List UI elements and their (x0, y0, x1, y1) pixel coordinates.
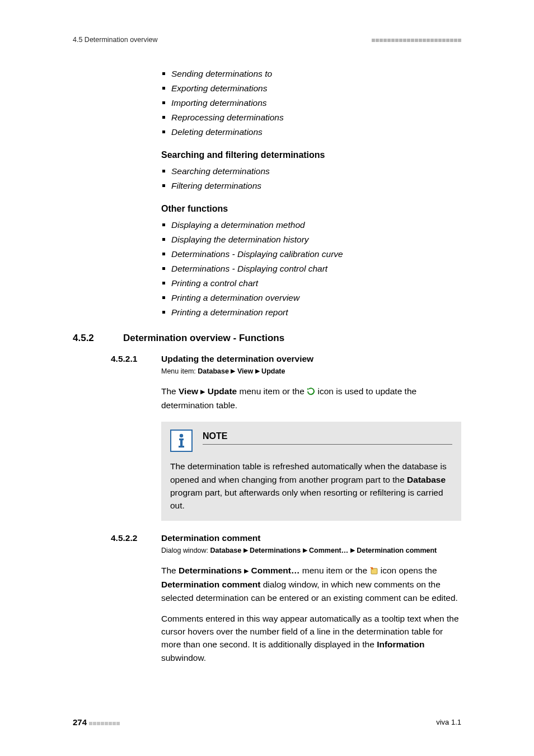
subsection-number: 4.5.2.1 (111, 354, 161, 364)
list-item: Printing a control chart (171, 277, 461, 290)
triangle-icon: ▶ (350, 547, 355, 553)
footer-left: 274 (73, 717, 120, 727)
list-item: Searching determinations (171, 165, 461, 178)
triangle-icon: ▶ (243, 547, 248, 553)
list-item: Displaying the determination history (171, 233, 461, 246)
breadcrumb: 4.5 Determination overview (73, 36, 157, 44)
triangle-icon: ▶ (244, 567, 249, 574)
svg-rect-2 (180, 438, 182, 446)
subsection-heading: 4.5.2.2 Determination comment (111, 533, 461, 543)
note-header: NOTE (170, 430, 452, 452)
subheading-other: Other functions (161, 204, 461, 214)
note-text: The determination table is refreshed aut… (170, 460, 452, 512)
subheading-search: Searching and filtering determinations (161, 150, 461, 160)
list-item: Printing a determination report (171, 306, 461, 319)
subsection-title: Determination comment (161, 533, 260, 543)
list-item: Filtering determinations (171, 179, 461, 193)
list-item: Printing a determination overview (171, 291, 461, 305)
section-number: 4.5.2 (73, 333, 123, 344)
page-footer: 274 viva 1.1 (73, 717, 461, 727)
section-heading: 4.5.2 Determination overview - Functions (73, 333, 461, 344)
page: 4.5 Determination overview Sending deter… (0, 0, 534, 756)
subsection-body: Dialog window: Database ▶ Determinations… (161, 545, 461, 664)
list-item: Importing determinations (171, 96, 461, 110)
triangle-icon: ▶ (303, 547, 307, 553)
page-number: 274 (73, 717, 87, 727)
triangle-icon: ▶ (255, 367, 260, 374)
subsection-title: Updating the determination overview (161, 354, 313, 364)
triangle-icon: ▶ (200, 388, 205, 395)
list-item: Displaying a determination method (171, 218, 461, 232)
info-icon (170, 430, 193, 452)
list-item: Reprocessing determinations (171, 111, 461, 124)
list-item: Exporting determinations (171, 82, 461, 95)
comment-icon (369, 565, 378, 578)
list-item: Determinations - Displaying control char… (171, 262, 461, 276)
note-box: NOTE The determination table is refreshe… (161, 422, 461, 521)
list-item: Determinations - Displaying calibration … (171, 248, 461, 261)
paragraph: Comments entered in this way appear auto… (161, 612, 461, 664)
list-item: Deleting determinations (171, 125, 461, 139)
subsection-body: Menu item: Database ▶ View ▶ Update The … (161, 366, 461, 521)
paragraph: The View ▶ Update menu item or the icon … (161, 385, 461, 412)
product-name: viva 1.1 (436, 718, 461, 726)
paragraph: The Determinations ▶ Comment… menu item … (161, 564, 461, 604)
page-header: 4.5 Determination overview (73, 36, 461, 44)
refresh-icon (307, 386, 315, 399)
footer-dots (89, 718, 120, 727)
header-dots (371, 36, 461, 44)
list-item: Sending determinations to (171, 67, 461, 81)
note-title: NOTE (203, 430, 452, 445)
menu-path: Menu item: Database ▶ View ▶ Update (161, 366, 461, 377)
svg-rect-3 (179, 446, 184, 447)
subsection-heading: 4.5.2.1 Updating the determination overv… (111, 354, 461, 364)
svg-point-0 (180, 434, 183, 437)
subsection-number: 4.5.2.2 (111, 533, 161, 543)
dialog-path: Dialog window: Database ▶ Determinations… (161, 545, 461, 556)
triangle-icon: ▶ (231, 367, 235, 374)
list-search: Searching determinations Filtering deter… (161, 165, 461, 193)
section-title: Determination overview - Functions (123, 333, 284, 344)
list-other: Displaying a determination method Displa… (161, 218, 461, 319)
body-content: Sending determinations to Exporting dete… (161, 67, 461, 319)
list-first: Sending determinations to Exporting dete… (161, 67, 461, 139)
